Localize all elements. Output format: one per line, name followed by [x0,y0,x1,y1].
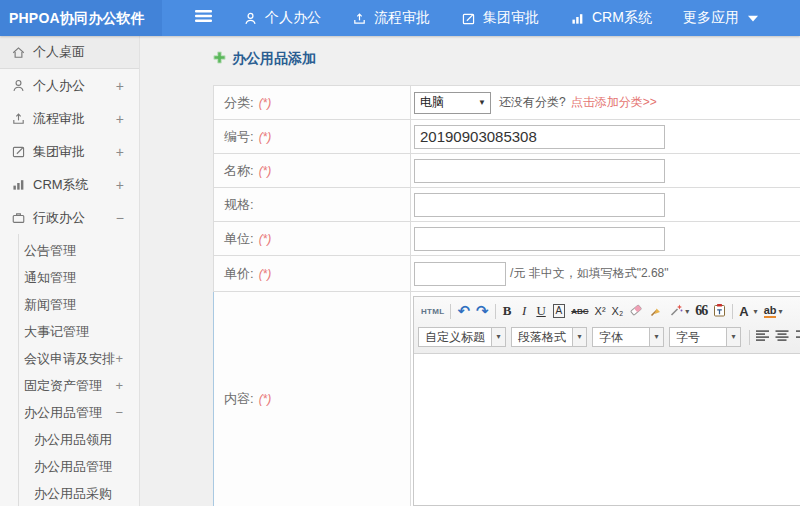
sidebar-item-label: 办公用品管理 [24,405,102,420]
nav-personal-office[interactable]: 个人办公 [243,9,321,27]
user-icon [10,78,26,94]
expand-indicator: + [115,345,123,372]
sidebar-item-group-approval[interactable]: 集团审批 + [0,135,139,168]
sidebar-item-personal-desktop[interactable]: 个人桌面 [0,36,139,69]
align-right-button[interactable] [792,327,800,347]
editor-toolbar-row2: 自定义标题 ▾ 段落格式 ▾ 字体 ▾ [418,324,800,350]
edit-icon [461,11,476,26]
broom-icon [649,303,663,320]
italic-button[interactable]: I [516,301,533,321]
editor-content-area[interactable] [414,354,800,505]
format-eraser-button[interactable] [626,301,646,321]
sidebar-item-label: 办公用品采购 [34,486,112,501]
paragraph-format-combo[interactable]: 段落格式 ▾ [511,327,587,347]
add-plus-icon [213,50,226,68]
sidebar-item-fixed-assets[interactable]: 固定资产管理+ [19,372,139,399]
admin-office-submenu: 公告管理 通知管理 新闻管理 大事记管理 会议申请及安排+ 固定资产管理+ [18,234,139,506]
rich-text-editor: HTML ↶ ↷ B I U A ABC [413,296,800,506]
sidebar-item-label: 固定资产管理 [24,378,102,393]
nav-item-label: 个人办公 [265,9,321,27]
category-hint: 还没有分类? [499,94,566,111]
price-input[interactable] [414,262,506,286]
form-row-code: 编号:(*) [213,120,800,154]
collapse-indicator: − [115,399,123,426]
auto-typeset-button[interactable]: ▾ [666,301,692,321]
nav-group-approval[interactable]: 集团审批 [461,9,539,27]
name-input[interactable] [414,159,665,183]
required-mark: (*) [259,267,272,281]
sidebar-item-label: 办公用品管理 [34,459,112,474]
subscript-button[interactable]: X₂ [609,301,627,321]
blockquote-button[interactable]: 66 [692,301,710,321]
sidebar-item-admin-office[interactable]: 行政办公 − [0,201,139,234]
caret-down-icon: ▼ [474,98,490,107]
nav-item-label: 流程审批 [374,9,430,27]
form-row-price: 单价:(*) /元 非中文，如填写格式"2.68" [213,256,800,292]
code-input[interactable] [414,125,665,149]
hamburger-icon [195,9,212,27]
font-family-combo[interactable]: 字体 ▾ [592,327,664,347]
sidebar-item-announcement-mgmt[interactable]: 公告管理 [19,237,139,264]
font-color-button[interactable]: A ▾ [736,301,760,321]
eraser-icon [629,303,643,320]
caret-down-icon: ▾ [726,328,740,346]
align-right-icon [795,330,800,345]
redo-button[interactable]: ↷ [473,301,492,321]
highlight-color-button[interactable]: ab ▾ [761,301,786,321]
nav-item-label: 更多应用 [683,9,739,27]
share-icon [352,11,367,26]
caret-down-icon: ▾ [754,307,758,316]
sidebar-item-events-mgmt[interactable]: 大事记管理 [19,318,139,345]
undo-button[interactable]: ↶ [454,301,473,321]
strikethrough-button[interactable]: ABC [568,301,591,321]
align-left-button[interactable] [753,327,773,347]
source-code-button[interactable]: HTML [418,301,447,321]
user-icon [243,11,258,26]
spec-input[interactable] [414,193,665,217]
price-format-hint: /元 非中文，如填写格式"2.68" [510,265,669,282]
clear-format-button[interactable] [646,301,666,321]
magic-wand-icon [669,303,683,320]
category-select[interactable]: 电脑 ▼ [414,92,491,114]
sidebar-item-label: 行政办公 [33,209,85,227]
category-label: 分类:(*) [214,86,411,119]
home-icon [10,44,26,60]
unit-input[interactable] [414,227,665,251]
align-center-button[interactable] [773,327,793,347]
paste-filter-button[interactable] [710,301,729,321]
superscript-button[interactable]: X² [592,301,609,321]
bold-button[interactable]: B [499,301,516,321]
sidebar-item-workflow-approval[interactable]: 流程审批 + [0,102,139,135]
nav-workflow-approval[interactable]: 流程审批 [352,9,430,27]
nav-more-apps[interactable]: 更多应用 [683,9,758,27]
underline-button[interactable]: U [533,301,550,321]
sidebar-item-supplies-claim[interactable]: 办公用品领用 [19,426,139,453]
sidebar-item-crm-system[interactable]: CRM系统 + [0,168,139,201]
caret-down-icon: ▾ [649,328,663,346]
sidebar-item-personal-office[interactable]: 个人办公 + [0,69,139,102]
app-logo: PHPOA协同办公软件 [0,0,162,36]
sidebar-item-label: 公告管理 [24,243,76,258]
nav-crm-system[interactable]: CRM系统 [570,9,652,27]
undo-icon: ↶ [457,302,470,320]
sidebar-item-supplies-manage[interactable]: 办公用品管理 [19,453,139,480]
sidebar-item-notice-mgmt[interactable]: 通知管理 [19,264,139,291]
sidebar-item-label: 新闻管理 [24,297,76,312]
custom-title-combo[interactable]: 自定义标题 ▾ [418,327,506,347]
app-window: PHPOA协同办公软件 个人办公 流程审批 [0,0,800,506]
caret-down-icon [748,15,758,22]
redo-icon: ↷ [476,302,489,320]
sidebar-item-label: CRM系统 [33,176,89,194]
nav-item-label: 集团审批 [483,9,539,27]
required-mark: (*) [259,96,272,110]
caret-down-icon: ▾ [778,307,782,316]
sidebar-item-news-mgmt[interactable]: 新闻管理 [19,291,139,318]
add-category-link[interactable]: 点击添加分类>> [571,94,657,111]
sidebar-item-office-supplies-mgmt[interactable]: 办公用品管理− [19,399,139,426]
char-border-button[interactable]: A [550,301,569,321]
sidebar-item-meeting-request[interactable]: 会议申请及安排+ [19,345,139,372]
menu-toggle-button[interactable] [195,9,212,27]
expand-indicator: + [116,144,124,160]
sidebar-item-supplies-purchase[interactable]: 办公用品采购 [19,480,139,506]
font-size-combo[interactable]: 字号 ▾ [669,327,741,347]
